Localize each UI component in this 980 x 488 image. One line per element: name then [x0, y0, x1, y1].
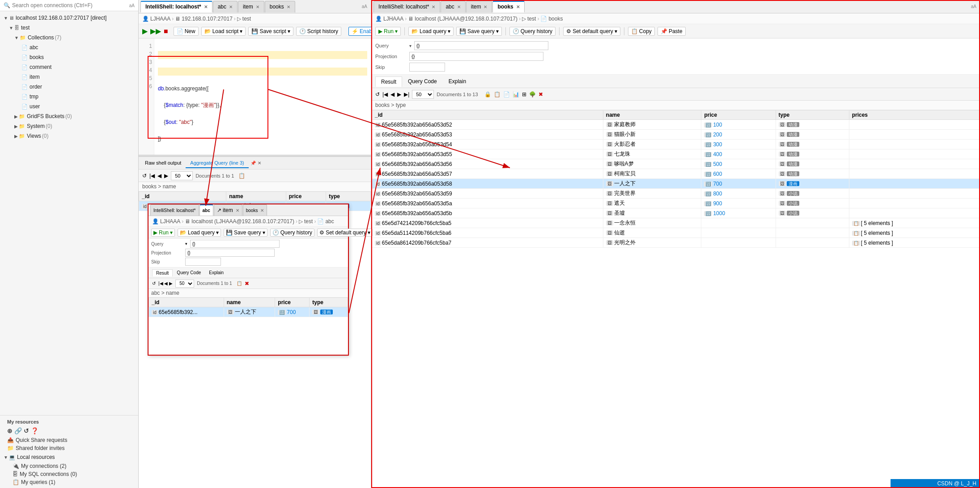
close-icon[interactable]: ✕ [432, 4, 435, 9]
sidebar-item-tmp[interactable]: 📄 tmp [0, 92, 138, 102]
query-table-row[interactable]: id65e5685fb392ab656a053d58🖼一人之下🔢700🖼漫画 [372, 179, 980, 189]
query-table-row[interactable]: id65e5685fb392ab656a053d53🖼猫眼小新🔢200🖼动漫 [372, 130, 980, 140]
query-table-row[interactable]: id65e5685fb392ab656a053d56🖼哆啦A梦🔢500🖼动漫 [372, 159, 980, 169]
nav-prev[interactable]: ◀ [390, 91, 395, 98]
projection-input[interactable] [409, 52, 543, 61]
quick-share-item[interactable]: 📤 Quick Share requests [4, 436, 135, 444]
search-bar[interactable]: 🔍 aA [0, 0, 138, 11]
grid-view-icon[interactable]: ⊞ [522, 91, 526, 98]
run-button[interactable]: ▶ Run ▾ [375, 27, 401, 36]
paste-button[interactable]: 📌 Paste [658, 27, 686, 36]
load-query-button[interactable]: 📂 Load query ▾ [408, 27, 454, 36]
query-expand-btn[interactable]: ▾ [409, 43, 412, 48]
export-csv-icon[interactable]: 📊 [513, 91, 519, 98]
tab-result[interactable]: Result [375, 76, 402, 87]
query-history-button[interactable]: 🕐 Query history [509, 27, 556, 36]
my-queries-item[interactable]: 📋 My queries (1) [4, 478, 135, 486]
query-table-row[interactable]: id65e5da5114209b766cfc5ba6🖼仙逝📋[ 5 elemen… [372, 228, 980, 238]
limit-select-q[interactable]: 50100 [412, 90, 434, 99]
query-table-row[interactable]: id65e5685fb392ab656a053d5a🖼遮天🔢900🖼小说 [372, 199, 980, 208]
tab-query-code[interactable]: Query Code [402, 76, 443, 87]
close-icon[interactable]: ✕ [287, 4, 290, 9]
tab-item-q[interactable]: item ✕ [466, 1, 492, 13]
float-export-icon[interactable]: 📋 [237, 281, 242, 286]
close-icon[interactable]: ✕ [457, 4, 461, 9]
close-icon[interactable]: ✕ [260, 208, 264, 213]
float-history-btn[interactable]: 🕐 Query history [270, 229, 314, 237]
query-table-row[interactable]: id65e5685fb392ab656a053d54🖼火影忍者🔢300🖼动漫 [372, 140, 980, 149]
nav-first[interactable]: |◀ [149, 173, 155, 179]
sidebar-item-order[interactable]: 📄 order [0, 82, 138, 92]
float-table-row[interactable]: id65e5685fb392... 🖼一人之下 🔢700 🖼漫画 [149, 307, 348, 317]
close-icon[interactable]: ✕ [256, 4, 259, 9]
query-table-row[interactable]: id65e5685fb392ab656a053d52🖼家庭教师🔢100🖼动漫 [372, 120, 980, 130]
pin-icon[interactable]: 📌 [250, 161, 256, 165]
delete-icon[interactable]: ✖ [539, 91, 543, 98]
query-table-row[interactable]: id65e5685fb392ab656a053d59🖼完美世界🔢800🖼小说 [372, 189, 980, 199]
code-editor[interactable]: 1 2 3 4 5 6 db.books.aggregate([ {$match… [139, 38, 371, 155]
float-tab-books[interactable]: books ✕ [243, 204, 267, 216]
query-value[interactable] [414, 41, 548, 50]
export-icon[interactable]: 📋 [238, 173, 245, 179]
float-del-icon[interactable]: ✖ [245, 280, 249, 287]
tab-books[interactable]: books ✕ [265, 1, 295, 13]
sidebar-gridfs[interactable]: ▶ 📁 GridFS Buckets (0) [0, 111, 138, 121]
qcol-prices[interactable]: prices [849, 110, 980, 120]
my-connections-item[interactable]: 🔌 My connections (2) [4, 462, 135, 470]
run-all-btn[interactable]: ▶▶ [150, 27, 161, 35]
script-history-button[interactable]: 🕐 Script history [296, 27, 341, 36]
new-button[interactable]: 📄 New [174, 27, 199, 36]
qcol-id[interactable]: _id [372, 110, 603, 120]
stop-btn[interactable]: ■ [164, 27, 168, 35]
copy-button[interactable]: 📋 Copy [628, 27, 655, 36]
my-sql-item[interactable]: 🗄 My SQL connections (0) [4, 470, 135, 478]
local-resources-item[interactable]: ▼ 💻 Local resources [4, 452, 135, 462]
query-table-row[interactable]: id65e5685fb392ab656a053d55🖼七龙珠🔢400🖼动漫 [372, 149, 980, 159]
sidebar-item-books[interactable]: 📄 books [0, 52, 138, 62]
nav-prev[interactable]: ◀ [157, 173, 161, 179]
sidebar-item-comment[interactable]: 📄 comment [0, 62, 138, 72]
close-icon[interactable]: ✕ [484, 4, 487, 9]
close-icon[interactable]: ✕ [516, 4, 520, 9]
limit-select[interactable]: 50100200 [171, 171, 193, 180]
float-table-container[interactable]: _id name price type id65e5685fb392... 🖼一… [148, 297, 348, 355]
run-btn[interactable]: ▶ [142, 27, 148, 35]
save-script-button[interactable]: 💾 Save script ▾ [248, 27, 293, 36]
float-load-btn[interactable]: 📂 Load query ▾ [178, 229, 221, 237]
float-tab-item[interactable]: ↗ item ✕ [214, 204, 242, 216]
tree-view-icon[interactable]: 🌳 [529, 91, 536, 98]
sidebar-item-item[interactable]: 📄 item [0, 72, 138, 82]
tab-books-q[interactable]: books ✕ [492, 1, 524, 13]
qcol-type[interactable]: type [776, 110, 849, 120]
tab-abc-q[interactable]: abc ✕ [441, 1, 465, 13]
search-input[interactable] [12, 2, 127, 8]
code-content[interactable]: db.books.aggregate([ {$match: {type: "漫画… [154, 38, 371, 155]
sidebar-views[interactable]: ▶ 📁 Views (0) [0, 131, 138, 141]
shared-folder-item[interactable]: 📁 Shared folder invites [4, 444, 135, 452]
copy-grid-icon[interactable]: 📋 [494, 91, 501, 98]
nav-btns[interactable]: |◀ ◀ ▶ [158, 281, 173, 286]
tab-raw-shell[interactable]: Raw shell output [140, 158, 186, 168]
tab-intellishell[interactable]: IntelliShell: localhost* ✕ [140, 1, 212, 13]
save-query-button[interactable]: 💾 Save query ▾ [456, 27, 502, 36]
close-icon[interactable]: ✕ [204, 4, 208, 9]
close-output-icon[interactable]: ✕ [258, 161, 261, 165]
float-expand-btn[interactable]: ▾ [185, 242, 187, 246]
sidebar-connection[interactable]: ▼ 🖥 localhost 192.168.0.107:27017 [direc… [0, 13, 138, 23]
tab-item[interactable]: item ✕ [238, 1, 264, 13]
nav-last[interactable]: ▶| [404, 91, 409, 98]
sidebar-database[interactable]: ▼ 🗄 test [0, 23, 138, 33]
float-default-btn[interactable]: ⚙ Set default query ▾ [317, 229, 373, 237]
set-default-query-button[interactable]: ⚙ Set default query ▾ [563, 27, 620, 36]
float-tab-qcode[interactable]: Query Code [173, 269, 205, 276]
refresh-icon[interactable]: ↺ [142, 173, 147, 179]
tab-intellishell-q[interactable]: IntelliShell: localhost* ✕ [373, 1, 440, 13]
query-table-row[interactable]: id65e5da8614209b766cfc5ba7🖼光明之外📋[ 5 elem… [372, 238, 980, 248]
qcol-price[interactable]: price [701, 110, 776, 120]
query-table-container[interactable]: _id name price type prices id65e5685fb39… [372, 110, 980, 488]
qcol-name[interactable]: name [603, 110, 701, 120]
query-table-row[interactable]: id65e5685fb392ab656a053d57🖼柯南宝贝🔢600🖼动漫 [372, 169, 980, 179]
load-script-button[interactable]: 📂 Load script ▾ [201, 27, 246, 36]
tab-abc[interactable]: abc ✕ [213, 1, 238, 13]
projection-value[interactable] [409, 52, 543, 61]
